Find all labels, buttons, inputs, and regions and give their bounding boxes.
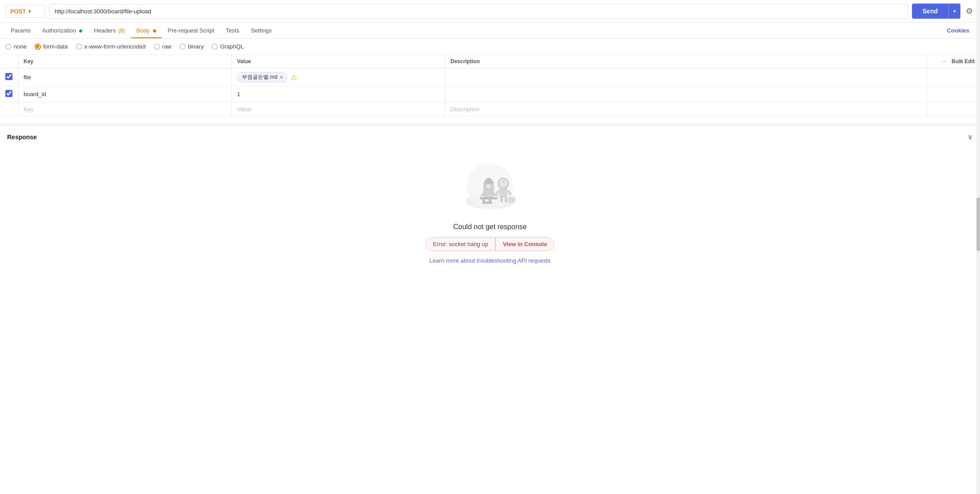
svg-rect-8	[489, 199, 491, 204]
svg-point-3	[486, 184, 491, 189]
body-type-urlencoded[interactable]: x-www-form-urlencoded	[76, 43, 146, 50]
response-chevron[interactable]: ∨	[968, 133, 973, 141]
url-input[interactable]	[49, 4, 908, 19]
tab-params[interactable]: Params	[5, 23, 36, 38]
file-tag-name: 부캠골든벨.md	[242, 73, 277, 81]
row1-check-cell[interactable]	[0, 69, 18, 86]
empty-last-cell	[927, 102, 980, 117]
cookies-link[interactable]: Cookies	[941, 23, 975, 38]
tab-pre-request[interactable]: Pre-request Script	[162, 23, 220, 38]
response-title: Response	[7, 134, 37, 141]
params-table: Key Value Description ··· Bulk Edit 부캠골든…	[0, 55, 980, 117]
scrollbar-track[interactable]	[976, 0, 980, 279]
settings-icon-button[interactable]: ⚙	[964, 4, 975, 18]
row1-desc-input[interactable]	[450, 74, 921, 81]
row1-key-input[interactable]	[24, 74, 226, 81]
error-bar: Error: socket hang up View in Console	[426, 237, 555, 251]
row2-checkbox[interactable]	[5, 90, 12, 97]
body-type-graphql[interactable]: GraphQL	[212, 43, 244, 50]
th-description: Description	[445, 55, 927, 69]
radio-urlencoded-circle	[76, 44, 82, 50]
body-type-form-data-label: form-data	[43, 43, 68, 50]
body-type-raw[interactable]: raw	[154, 43, 172, 50]
response-section: Response ∨	[0, 126, 980, 279]
tab-headers-label: Headers	[94, 27, 116, 34]
table-row: 부캠골든벨.md × ⚠	[0, 69, 980, 86]
body-dot	[153, 29, 156, 32]
radio-raw-circle	[154, 44, 160, 50]
svg-rect-5	[480, 197, 498, 199]
response-header: Response ∨	[7, 133, 973, 141]
tab-tests-label: Tests	[226, 27, 239, 34]
row1-desc-cell[interactable]	[445, 69, 927, 86]
method-select[interactable]: POST ▾	[5, 5, 45, 18]
file-tag-remove[interactable]: ×	[280, 74, 283, 81]
tab-body-label: Body	[137, 27, 150, 34]
body-type-none-label: none	[14, 43, 27, 50]
svg-rect-14	[505, 196, 507, 202]
send-dropdown-button[interactable]: ▾	[948, 4, 960, 19]
view-console-button[interactable]: View in Console	[496, 238, 554, 251]
empty-value-input[interactable]	[237, 106, 439, 113]
body-type-graphql-label: GraphQL	[220, 43, 244, 50]
tab-authorization-label: Authorization	[42, 27, 76, 34]
radio-form-data-circle	[35, 44, 41, 50]
tab-settings[interactable]: Settings	[245, 23, 277, 38]
th-bulk-edit: ··· Bulk Edit	[927, 55, 980, 69]
tab-pre-request-label: Pre-request Script	[168, 27, 214, 34]
scrollbar-thumb[interactable]	[976, 198, 980, 251]
empty-key-cell[interactable]	[18, 102, 232, 117]
headers-badge: (8)	[118, 28, 125, 34]
method-label: POST	[10, 8, 26, 15]
tab-settings-label: Settings	[251, 27, 272, 34]
dots-icon[interactable]: ···	[942, 58, 947, 65]
body-type-binary-label: binary	[188, 43, 204, 50]
th-key: Key	[18, 55, 232, 69]
body-type-form-data[interactable]: form-data	[35, 43, 68, 50]
row1-key-cell[interactable]	[18, 69, 232, 86]
radio-none-circle	[5, 44, 12, 50]
learn-link[interactable]: Learn more about troubleshooting API req…	[430, 257, 550, 264]
body-type-row: none form-data x-www-form-urlencoded raw…	[0, 39, 980, 55]
svg-rect-12	[500, 188, 507, 197]
row2-value-input[interactable]	[237, 91, 439, 97]
tab-params-label: Params	[11, 27, 31, 34]
body-type-none[interactable]: none	[5, 43, 27, 50]
row2-desc-cell[interactable]	[445, 86, 927, 102]
svg-point-11	[502, 181, 505, 183]
empty-check-cell	[0, 102, 18, 117]
tab-authorization[interactable]: Authorization	[37, 23, 88, 38]
radio-binary-circle	[180, 44, 186, 50]
top-bar: POST ▾ Send ▾ ⚙	[0, 0, 980, 23]
row2-key-cell[interactable]	[18, 86, 232, 102]
authorization-dot	[79, 29, 82, 32]
bulk-edit-label[interactable]: Bulk Edit	[952, 58, 975, 65]
empty-desc-input[interactable]	[450, 106, 921, 113]
table-row	[0, 86, 980, 102]
response-empty-message: Could not get response	[453, 223, 526, 231]
svg-rect-13	[500, 196, 503, 202]
tab-tests[interactable]: Tests	[221, 23, 245, 38]
body-type-urlencoded-label: x-www-form-urlencoded	[84, 43, 146, 50]
row1-empty-cell	[927, 69, 980, 86]
tab-body[interactable]: Body	[131, 23, 161, 38]
row1-checkbox[interactable]	[5, 73, 12, 80]
response-illustration	[457, 154, 523, 217]
row2-empty-cell	[927, 86, 980, 102]
send-button[interactable]: Send	[912, 4, 948, 19]
empty-value-cell[interactable]	[232, 102, 445, 117]
row2-key-input[interactable]	[24, 91, 226, 97]
settings-icon: ⚙	[966, 7, 973, 16]
row2-desc-input[interactable]	[450, 91, 921, 97]
row2-check-cell[interactable]	[0, 86, 18, 102]
empty-key-input[interactable]	[24, 106, 226, 113]
row1-value-cell[interactable]: 부캠골든벨.md × ⚠	[232, 69, 445, 86]
table-row-empty	[0, 102, 980, 117]
tab-headers[interactable]: Headers (8)	[88, 23, 130, 38]
body-type-binary[interactable]: binary	[180, 43, 204, 50]
th-value: Value	[232, 55, 445, 69]
row2-value-cell[interactable]	[232, 86, 445, 102]
empty-desc-cell[interactable]	[445, 102, 927, 117]
warning-icon: ⚠	[291, 73, 297, 81]
empty-response: Could not get response Error: socket han…	[7, 141, 973, 273]
